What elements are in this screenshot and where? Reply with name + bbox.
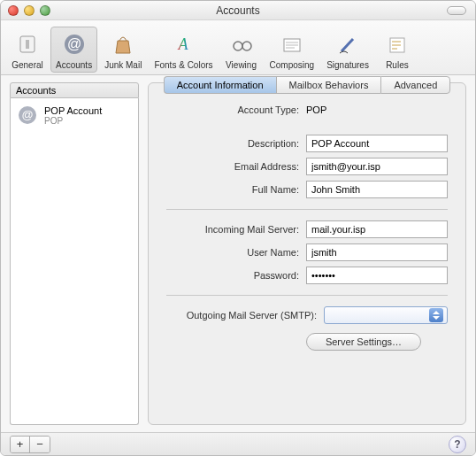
- input-password[interactable]: [306, 267, 448, 284]
- account-text: POP Account POP: [44, 105, 102, 126]
- svg-text:A: A: [178, 35, 189, 53]
- input-description[interactable]: [306, 135, 448, 152]
- switch-icon: [13, 30, 42, 58]
- label-account-type: Account Type:: [166, 104, 299, 115]
- minimize-button[interactable]: [24, 5, 35, 16]
- svg-point-5: [234, 42, 242, 50]
- input-username[interactable]: [306, 243, 448, 261]
- row-fullname: Full Name:: [166, 181, 448, 198]
- remove-account-button[interactable]: −: [30, 437, 50, 452]
- toolbar-viewing[interactable]: Viewing: [220, 27, 263, 73]
- rules-icon: [383, 30, 411, 58]
- account-name: POP Account: [44, 105, 102, 116]
- row-account-type: Account Type: POP: [166, 104, 448, 115]
- toolbar-general[interactable]: General: [6, 27, 49, 73]
- toolbar-label: Junk Mail: [104, 60, 142, 70]
- toolbar-fonts[interactable]: A Fonts & Colors: [149, 27, 218, 73]
- row-description: Description:: [166, 135, 448, 152]
- updown-icon: [429, 308, 443, 322]
- input-incoming[interactable]: [306, 220, 448, 238]
- pen-icon: [334, 30, 362, 58]
- input-fullname[interactable]: [306, 181, 448, 198]
- prefs-toolbar: General @ Accounts Junk Mail A Fonts & C…: [1, 20, 475, 75]
- preferences-window: Accounts General @ Accounts Junk Mail A: [0, 0, 476, 456]
- svg-rect-1: [26, 40, 29, 49]
- row-incoming: Incoming Mail Server:: [166, 220, 448, 238]
- titlebar: Accounts: [1, 1, 475, 20]
- window-controls: [8, 5, 50, 16]
- label-fullname: Full Name:: [166, 184, 299, 195]
- divider: [166, 209, 448, 210]
- content-area: Accounts @ POP Account POP Account Infor…: [1, 75, 475, 432]
- tab-advanced[interactable]: Advanced: [380, 76, 450, 94]
- toolbar-label: Fonts & Colors: [154, 60, 212, 70]
- toolbar-composing[interactable]: Composing: [265, 27, 320, 73]
- glasses-icon: [227, 30, 256, 58]
- svg-point-6: [242, 42, 251, 50]
- svg-text:@: @: [21, 108, 33, 121]
- bottom-bar: + − ?: [1, 432, 475, 455]
- row-username: User Name:: [166, 243, 448, 261]
- accounts-list[interactable]: @ POP Account POP: [10, 98, 139, 425]
- account-row[interactable]: @ POP Account POP: [11, 98, 138, 132]
- toolbar-label: Viewing: [226, 60, 257, 70]
- row-email: Email Address:: [166, 158, 448, 175]
- account-form: Account Type: POP Description: Email Add…: [159, 101, 455, 354]
- toolbar-label: Signatures: [326, 60, 369, 70]
- account-detail-panel: Account Information Mailbox Behaviors Ad…: [148, 82, 466, 425]
- account-subtype: POP: [44, 116, 102, 126]
- toolbar-rules[interactable]: Rules: [376, 27, 418, 73]
- label-username: User Name:: [166, 247, 299, 258]
- divider: [166, 295, 448, 296]
- toolbar-label: Accounts: [56, 60, 92, 70]
- row-password: Password:: [166, 267, 448, 284]
- accounts-sidebar: Accounts @ POP Account POP: [10, 82, 139, 425]
- toolbar-signatures[interactable]: Signatures: [321, 27, 374, 73]
- toolbar-label: General: [12, 60, 43, 70]
- toolbar-toggle-button[interactable]: [447, 6, 466, 15]
- fonts-icon: A: [169, 30, 197, 58]
- toolbar-junk[interactable]: Junk Mail: [99, 27, 147, 73]
- label-smtp: Outgoing Mail Server (SMTP):: [166, 310, 317, 321]
- zoom-button[interactable]: [40, 5, 50, 16]
- close-button[interactable]: [8, 5, 19, 16]
- row-smtp: Outgoing Mail Server (SMTP):: [166, 306, 448, 324]
- svg-text:@: @: [66, 36, 81, 51]
- detail-tabs: Account Information Mailbox Behaviors Ad…: [164, 76, 451, 94]
- help-button[interactable]: ?: [449, 436, 466, 453]
- tab-mailbox-behaviors[interactable]: Mailbox Behaviors: [276, 76, 381, 94]
- smtp-popup[interactable]: [324, 306, 448, 324]
- at-icon: @: [60, 30, 88, 58]
- add-remove-control: + −: [10, 436, 50, 453]
- at-icon: @: [16, 104, 39, 127]
- label-password: Password:: [166, 270, 299, 281]
- sidebar-header: Accounts: [10, 82, 139, 98]
- window-title: Accounts: [1, 4, 475, 17]
- compose-icon: [278, 30, 306, 58]
- input-email[interactable]: [306, 158, 448, 175]
- tab-account-information[interactable]: Account Information: [164, 76, 276, 94]
- bag-icon: [109, 30, 137, 58]
- label-incoming: Incoming Mail Server:: [166, 224, 299, 235]
- server-settings-button[interactable]: Server Settings…: [306, 333, 421, 351]
- value-account-type: POP: [306, 104, 326, 115]
- toolbar-label: Composing: [270, 60, 315, 70]
- add-account-button[interactable]: +: [11, 437, 30, 452]
- toolbar-accounts[interactable]: @ Accounts: [50, 27, 97, 73]
- label-email: Email Address:: [166, 161, 299, 172]
- toolbar-label: Rules: [386, 60, 409, 70]
- label-description: Description:: [166, 138, 299, 149]
